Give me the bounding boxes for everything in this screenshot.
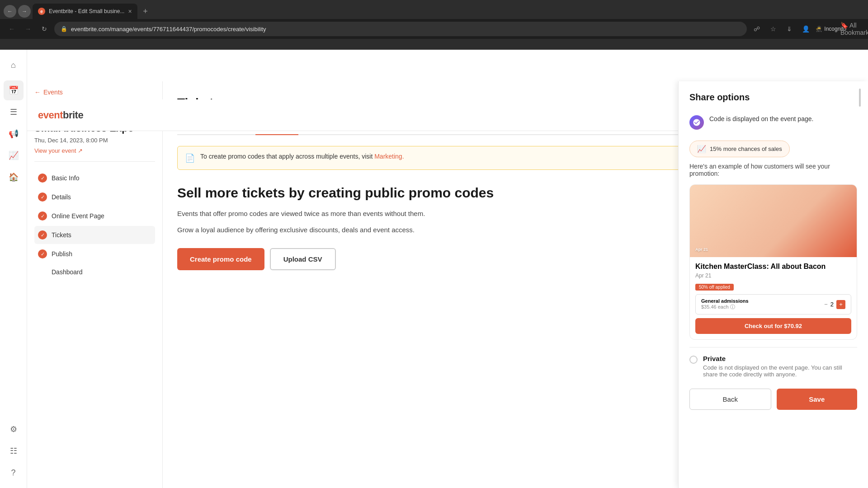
app-layout: ⌂ 📅 ☰ 📢 📈 🏠 ⚙ ☷ ? eventbrite 👁 View Your… bbox=[0, 50, 868, 488]
preview-large-img: Apr 21 bbox=[690, 185, 857, 257]
preview-ticket-box: General admissions $35.46 each ⓘ − 2 + bbox=[695, 294, 851, 314]
nav-help[interactable]: ? bbox=[4, 463, 24, 483]
nav-megaphone[interactable]: 📢 bbox=[4, 124, 24, 144]
share-panel-title: Share options bbox=[689, 92, 857, 103]
private-header: Private Code is not displayed on the eve… bbox=[689, 355, 857, 378]
extensions-icon[interactable]: ☍ bbox=[750, 23, 763, 35]
sidebar-item-publish[interactable]: ✓ Publish bbox=[34, 245, 155, 263]
marketing-link[interactable]: Marketing. bbox=[374, 153, 404, 160]
private-section: Private Code is not displayed on the eve… bbox=[689, 347, 857, 378]
icon-nav: ⌂ 📅 ☰ 📢 📈 🏠 ⚙ ☷ ? bbox=[0, 50, 27, 488]
promo-actions: Create promo code Upload CSV bbox=[177, 248, 698, 270]
sidebar-item-tickets[interactable]: ✓ Tickets bbox=[34, 226, 155, 244]
nav-gear[interactable]: ⚙ bbox=[4, 419, 24, 439]
public-option-label: Code is displayed on the event page. bbox=[709, 115, 857, 122]
info-icon: 📄 bbox=[185, 153, 195, 163]
scroll-indicator bbox=[859, 89, 861, 107]
forward-tab-btn[interactable]: → bbox=[18, 5, 31, 18]
panel-footer: Back Save bbox=[689, 389, 857, 410]
promo-heading: Sell more tickets by creating public pro… bbox=[177, 184, 698, 202]
check-icon: ✓ bbox=[38, 249, 47, 258]
browser-chrome: ← → e Eventbrite - Edit Small busine... … bbox=[0, 0, 868, 50]
incognito-icon: 🥷 bbox=[816, 26, 822, 32]
upload-csv-btn[interactable]: Upload CSV bbox=[270, 248, 336, 270]
dashboard-label: Dashboard bbox=[52, 268, 83, 276]
download-icon[interactable]: ⇓ bbox=[783, 23, 796, 35]
ticket-price: $35.46 bbox=[701, 304, 717, 310]
back-label: Events bbox=[43, 89, 63, 96]
nav-calendar[interactable]: 📅 bbox=[4, 80, 24, 100]
preview-event-title: Kitchen MasterClass: All about Bacon bbox=[695, 263, 851, 271]
create-promo-code-btn[interactable]: Create promo code bbox=[177, 248, 264, 270]
sales-badge: 📈 15% more chances of sales bbox=[689, 141, 790, 157]
toolbar-right: ☍ ☆ ⇓ 👤 🥷 Incognito 🔖 All Bookmarks bbox=[750, 23, 863, 35]
nav-building[interactable]: 🏠 bbox=[4, 167, 24, 187]
check-icon: ✓ bbox=[38, 211, 47, 221]
details-label: Details bbox=[52, 193, 71, 201]
ticket-label: General admissions bbox=[701, 298, 749, 304]
sidebar-divider bbox=[34, 161, 155, 162]
preview-large-content: Kitchen MasterClass: All about Bacon Apr… bbox=[690, 257, 857, 339]
view-event-link[interactable]: View your event ↗ bbox=[34, 147, 155, 154]
nav-home[interactable]: ⌂ bbox=[4, 55, 24, 75]
tab-favicon: e bbox=[38, 8, 45, 15]
url-text: eventbrite.com/manage/events/77671164443… bbox=[71, 26, 741, 33]
back-btn[interactable]: Back bbox=[689, 389, 771, 410]
check-icon: ✓ bbox=[38, 192, 47, 202]
new-tab-btn[interactable]: + bbox=[139, 5, 152, 18]
browser-refresh-btn[interactable]: ↻ bbox=[38, 23, 51, 35]
external-link-icon: ↗ bbox=[78, 147, 83, 154]
browser-forward-btn[interactable]: → bbox=[22, 23, 34, 35]
sidebar-item-basic-info[interactable]: ✓ Basic Info bbox=[34, 169, 155, 187]
tab-title: Eventbrite - Edit Small busine... bbox=[49, 8, 124, 14]
sidebar-item-dashboard[interactable]: Dashboard bbox=[34, 264, 155, 280]
sidebar-item-details[interactable]: ✓ Details bbox=[34, 188, 155, 206]
private-title: Private bbox=[703, 355, 857, 362]
lock-icon: 🔒 bbox=[61, 26, 67, 32]
trending-icon: 📈 bbox=[697, 145, 706, 153]
browser-toolbar: ← → ↻ 🔒 eventbrite.com/manage/events/776… bbox=[0, 19, 868, 39]
promo-text: Sell more tickets by creating public pro… bbox=[177, 184, 698, 270]
browser-back-btn[interactable]: ← bbox=[5, 23, 18, 35]
share-option-public[interactable]: Code is displayed on the event page. bbox=[689, 110, 857, 135]
active-tab[interactable]: e Eventbrite - Edit Small busine... × bbox=[33, 4, 137, 19]
bookmark-icon[interactable]: ☆ bbox=[767, 23, 779, 35]
publish-label: Publish bbox=[52, 250, 72, 258]
check-icon: ✓ bbox=[38, 230, 47, 239]
example-text: Here's an example of how customers will … bbox=[689, 163, 857, 177]
share-panel: Share options Code is displayed on the e… bbox=[678, 81, 868, 488]
sidebar: ← Events On Sale Soon ▼ Small business E… bbox=[27, 81, 163, 488]
profile-icon[interactable]: 👤 bbox=[799, 23, 812, 35]
sidebar-back-btn[interactable]: ← Events bbox=[34, 89, 155, 96]
preview-large: Apr 21 Kitchen MasterClass: All about Ba… bbox=[689, 184, 857, 340]
ticket-count: 2 bbox=[830, 301, 834, 308]
nav-list[interactable]: ☰ bbox=[4, 102, 24, 122]
private-radio-btn[interactable] bbox=[689, 356, 698, 364]
nav-chart[interactable]: 📈 bbox=[4, 145, 24, 165]
basic-info-label: Basic Info bbox=[52, 174, 79, 182]
online-event-label: Online Event Page bbox=[52, 212, 104, 220]
event-date: Thu, Dec 14, 2023, 8:00 PM bbox=[34, 137, 155, 144]
ticket-minus-btn[interactable]: − bbox=[824, 301, 828, 308]
save-btn[interactable]: Save bbox=[777, 389, 858, 410]
back-tab-btn[interactable]: ← bbox=[4, 5, 16, 18]
nav-grid[interactable]: ☷ bbox=[4, 441, 24, 461]
sidebar-item-online-event-page[interactable]: ✓ Online Event Page bbox=[34, 207, 155, 225]
preview-checkout-btn: Check out for $70.92 bbox=[695, 318, 851, 334]
app-logo[interactable]: eventbrite bbox=[38, 109, 83, 121]
address-bar[interactable]: 🔒 eventbrite.com/manage/events/776711644… bbox=[54, 22, 747, 36]
preview-discount: 50% off applied bbox=[695, 284, 734, 291]
bookmarks-icon[interactable]: 🔖 All Bookmarks bbox=[850, 23, 863, 35]
browser-tabs: ← → e Eventbrite - Edit Small busine... … bbox=[0, 0, 868, 19]
check-icon: ✓ bbox=[38, 174, 47, 183]
private-desc: Code is not displayed on the event page.… bbox=[703, 364, 857, 378]
promo-desc1: Events that offer promo codes are viewed… bbox=[177, 209, 698, 219]
sales-badge-text: 15% more chances of sales bbox=[710, 145, 782, 152]
tab-close-btn[interactable]: × bbox=[128, 8, 132, 15]
preview-event-meta: Apr 21 bbox=[695, 272, 851, 279]
public-option-icon bbox=[689, 115, 704, 130]
ticket-plus-btn[interactable]: + bbox=[836, 300, 845, 309]
private-text: Private Code is not displayed on the eve… bbox=[703, 355, 857, 378]
promo-desc2: Grow a loyal audience by offering exclus… bbox=[177, 225, 698, 235]
tickets-label: Tickets bbox=[52, 231, 71, 239]
